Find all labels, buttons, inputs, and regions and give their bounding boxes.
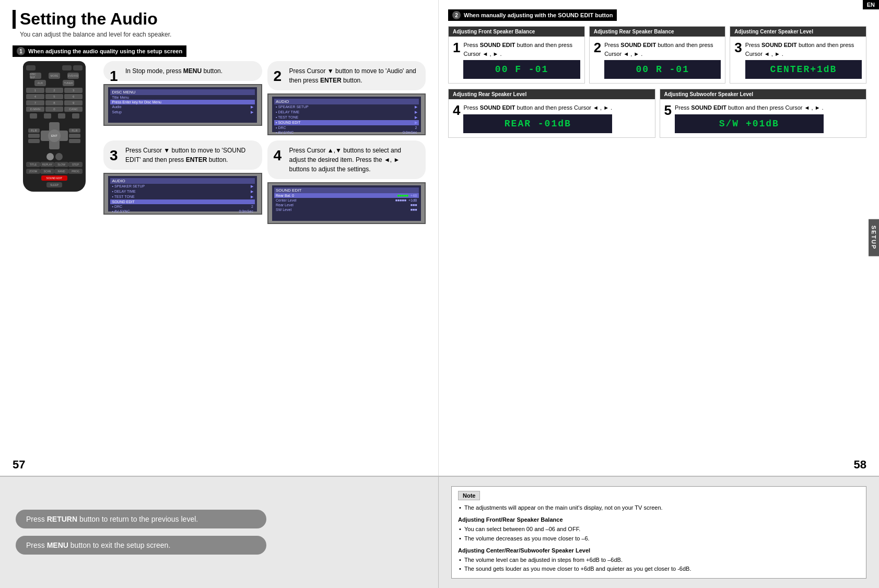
- note-title: Note: [458, 491, 480, 500]
- step3-screen: AUDIO • SPEAKER SETUP▶ • DELAY TIME▶ • T…: [103, 173, 262, 215]
- remote-num8: 8: [45, 100, 64, 105]
- en-badge: EN: [863, 0, 879, 9]
- remote-sleep: SLEEP: [26, 182, 83, 187]
- remote-power-btn: [26, 65, 36, 70]
- front-speaker-text: Press SOUND EDIT button and then press C…: [463, 41, 580, 58]
- remote-row1: DISC SKP MORE DVD/VID: [26, 73, 83, 79]
- remote-title: TITLE: [26, 162, 40, 167]
- rear-level-step-num: 4: [453, 103, 460, 117]
- remote-fl-mode: FL.R: [28, 128, 40, 133]
- page-number-right: 58: [854, 458, 866, 472]
- screen2-row-test: • TEST TONE▶: [274, 115, 419, 120]
- rear-balance-title-text: Adjusting Rear Speaker Balance: [594, 29, 674, 34]
- remote-transport: [26, 113, 83, 119]
- rear-balance-display: 00 R -01: [604, 60, 721, 79]
- step2-content: Press Cursor ▼ button to move to 'Audio'…: [289, 66, 419, 85]
- left-content: DISC SKP MORE DVD/VID AUX TUNER 1 2 3 4 …: [13, 61, 426, 224]
- remote-disc-skip: DISC SKP: [30, 73, 41, 79]
- remote-program: PROG: [68, 169, 83, 174]
- remote-num0: 0: [45, 107, 64, 112]
- bottom-section: Press RETURN button to return to the pre…: [0, 476, 879, 588]
- remote-play: [58, 113, 65, 119]
- screen1-row-audio: Audio▶: [110, 104, 255, 110]
- center-speaker-title-text: Adjusting Center Speaker Level: [734, 29, 813, 34]
- step2-number: 2: [274, 65, 282, 87]
- remote-main-menu: [55, 153, 63, 160]
- subwoofer-body: Press SOUND EDIT button and then press C…: [675, 103, 824, 133]
- return-note: Press RETURN button to return to the pre…: [16, 510, 266, 528]
- screen1-row-disc: Press Enter key for Disc Menu: [110, 100, 255, 104]
- step3-box: 3 Press Cursor ▼ button to move to 'SOUN…: [103, 140, 262, 224]
- remote-top: [26, 65, 83, 70]
- front-step-num: 1: [453, 41, 460, 54]
- screen2-row-delay: • DELAY TIME▶: [274, 110, 419, 115]
- speaker-bottom-grid: Adjusting Rear Speaker Level 4 Press SOU…: [448, 89, 866, 138]
- remote-bottom: TITLE REPLAY SLOW STEP: [26, 162, 83, 167]
- note-content: The adjustments will appear on the main …: [458, 503, 860, 574]
- screen3-row-speaker: • SPEAKER SETUP▶: [110, 184, 255, 189]
- remote-tune-up: [69, 134, 80, 138]
- center-speaker-text: Press SOUND EDIT button and then press C…: [745, 41, 862, 58]
- front-speaker-block: Adjusting Front Speaker Balance 1 Press …: [448, 26, 585, 84]
- rear-balance-step-num: 2: [594, 41, 601, 54]
- page-number-left: 57: [13, 458, 25, 472]
- page-title: Setting the Audio: [13, 9, 426, 29]
- remote-sound-edit-btn[interactable]: SOUND EDIT: [41, 175, 67, 181]
- remote-random: RAND: [54, 169, 68, 174]
- subwoofer-block: Adjusting Subwoofer Speaker Level 5 Pres…: [660, 89, 867, 138]
- method2-number: 2: [452, 11, 461, 19]
- remote-num2: 2: [45, 88, 64, 93]
- step3-screen-inner: AUDIO • SPEAKER SETUP▶ • DELAY TIME▶ • T…: [108, 176, 257, 211]
- screen4-row-rear: Rear Bal. 0■■■■■+4B: [274, 193, 419, 198]
- note-box: Note The adjustments will appear on the …: [451, 486, 866, 579]
- front-speaker-body: Press SOUND EDIT button and then press C…: [463, 41, 580, 79]
- remote-replay: REPLAY: [40, 162, 54, 167]
- remote-numpad: 1 2 3 4 5 6 7 8 9 D.MAN 0 CANC: [26, 88, 83, 112]
- title-bar: [13, 10, 16, 29]
- remote-num1: 1: [26, 88, 44, 93]
- remote-scan: SCAN: [40, 169, 54, 174]
- screen2-header: AUDIO: [274, 99, 419, 104]
- subwoofer-title-text: Adjusting Subwoofer Speaker Level: [664, 91, 754, 97]
- rear-level-text: Press SOUND EDIT button and then press C…: [463, 103, 612, 112]
- title-text: Setting the Audio: [20, 9, 158, 29]
- center-step-num: 3: [734, 41, 742, 54]
- remote-control-area: DISC SKP MORE DVD/VID AUX TUNER 1 2 3 4 …: [13, 61, 96, 224]
- remote-next: [72, 113, 79, 119]
- remote-top-btn2: [73, 65, 83, 70]
- screen4-header: SOUND EDIT: [274, 187, 419, 193]
- center-speaker-title: Adjusting Center Speaker Level: [730, 27, 866, 37]
- note-line4: The volume level can be adjusted in step…: [458, 556, 860, 565]
- note-line5: The sound gets louder as you move closer…: [458, 565, 860, 574]
- remote-control: DISC SKP MORE DVD/VID AUX TUNER 1 2 3 4 …: [23, 61, 86, 192]
- rear-level-title-text: Adjusting Rear Speaker Level: [453, 91, 526, 97]
- rear-level-content: 4 Press SOUND EDIT button and then press…: [449, 99, 655, 137]
- remote-num3: 3: [64, 88, 83, 93]
- rear-balance-title: Adjusting Rear Speaker Balance: [590, 27, 725, 37]
- step1-screen-inner: DISC MENU Title Menu Press Enter key for…: [108, 87, 257, 123]
- remote-dvd: DVD/VID: [67, 73, 79, 79]
- screen3-row-av: • AV-SYNC0:0mSec: [110, 209, 255, 214]
- remote-stop: [44, 113, 51, 119]
- step1-content: In Stop mode, press MENU button.: [125, 66, 255, 76]
- rear-level-body: Press SOUND EDIT button and then press C…: [463, 103, 612, 133]
- screen4-row-rear-level: Rear Level■■■: [274, 203, 419, 207]
- step3-text-box: 3 Press Cursor ▼ button to move to 'SOUN…: [103, 140, 262, 170]
- setup-badge: SETUP: [869, 219, 879, 256]
- step2-screen-inner: AUDIO • SPEAKER SETUP▶ • DELAY TIME▶ • T…: [272, 97, 421, 132]
- remote-top-btn1: [62, 65, 72, 70]
- method1-banner: 1 When adjusting the audio quality using…: [13, 45, 186, 57]
- step4-box: 4 Press Cursor ▲,▼ buttons to select and…: [267, 140, 426, 224]
- remote-num5: 5: [45, 94, 64, 99]
- step2-screen: AUDIO • SPEAKER SETUP▶ • DELAY TIME▶ • T…: [267, 93, 426, 135]
- method2-title: When manually adjusting with the SOUND E…: [464, 12, 613, 18]
- screen2-row-speaker: • SPEAKER SETUP▶: [274, 104, 419, 110]
- step1-screen: DISC MENU Title Menu Press Enter key for…: [103, 84, 262, 126]
- screen1-row-setup: Setup▶: [110, 110, 255, 115]
- rear-balance-text: Press SOUND EDIT button and then press C…: [604, 41, 721, 58]
- remote-sleep-btn: SLEEP: [46, 182, 62, 187]
- bottom-left: Press RETURN button to return to the pre…: [0, 477, 439, 588]
- rear-level-display: REAR -01dB: [463, 114, 612, 133]
- remote-vol-up: [28, 134, 40, 138]
- sound-edit-label: SOUND EDIT: [46, 177, 63, 180]
